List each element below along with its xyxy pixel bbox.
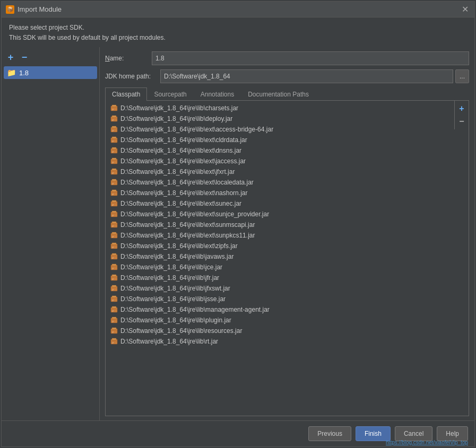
list-item[interactable]: J D:\Software\jdk_1.8_64\jre\lib\jsse.ja… [106, 294, 469, 304]
list-item-path: D:\Software\jdk_1.8_64\jre\lib\ext\jacce… [120, 157, 246, 165]
list-item[interactable]: J D:\Software\jdk_1.8_64\jre\lib\ext\jfx… [106, 166, 469, 177]
list-item[interactable]: J D:\Software\jdk_1.8_64\jre\lib\ext\cld… [106, 135, 469, 145]
remove-sdk-button[interactable]: − [19, 51, 30, 63]
name-input[interactable] [152, 51, 469, 65]
list-item[interactable]: J D:\Software\jdk_1.8_64\jre\lib\ext\zip… [106, 241, 469, 251]
list-item[interactable]: J D:\Software\jdk_1.8_64\jre\lib\jfr.jar [106, 273, 469, 283]
list-item[interactable]: J D:\Software\jdk_1.8_64\jre\lib\javaws.… [106, 251, 469, 262]
list-item-path: D:\Software\jdk_1.8_64\jre\lib\ext\sunjc… [120, 210, 269, 218]
list-item[interactable]: J D:\Software\jdk_1.8_64\jre\lib\deploy.… [106, 113, 469, 124]
jar-icon: J [110, 115, 118, 123]
list-item-path: D:\Software\jdk_1.8_64\jre\lib\ext\jfxrt… [120, 168, 235, 175]
add-sdk-button[interactable]: + [5, 51, 16, 63]
classpath-list[interactable]: J D:\Software\jdk_1.8_64\jre\lib\charset… [106, 101, 469, 416]
svg-text:J: J [112, 299, 114, 302]
list-item-path: D:\Software\jdk_1.8_64\jre\lib\ext\zipfs… [120, 242, 238, 250]
jar-icon: J [110, 284, 118, 293]
description-line2: This SDK will be used by default by all … [9, 33, 467, 43]
list-item[interactable]: J D:\Software\jdk_1.8_64\jre\lib\ext\sun… [106, 230, 469, 241]
list-item-path: D:\Software\jdk_1.8_64\jre\lib\ext\cldrd… [120, 136, 247, 144]
title-bar: 📦 Import Module ✕ [2, 2, 474, 17]
list-item[interactable]: J D:\Software\jdk_1.8_64\jre\lib\ext\jac… [106, 156, 469, 166]
svg-rect-21 [112, 158, 116, 160]
jar-icon: J [110, 316, 118, 324]
close-button[interactable]: ✕ [460, 4, 470, 15]
svg-text:J: J [112, 257, 114, 259]
svg-text:J: J [112, 246, 114, 249]
list-item-path: D:\Software\jdk_1.8_64\jre\lib\ext\sunms… [120, 221, 255, 229]
svg-text:J: J [112, 214, 114, 217]
list-item[interactable]: J D:\Software\jdk_1.8_64\jre\lib\ext\dns… [106, 145, 469, 156]
previous-button[interactable]: Previous [308, 426, 351, 441]
list-item-path: D:\Software\jdk_1.8_64\jre\lib\plugin.ja… [120, 317, 231, 324]
tab-classpath[interactable]: Classpath [105, 87, 147, 101]
content-area: + − 📁 1.8 Name: JDK home path: D:\Softwa… [2, 47, 474, 420]
sidebar-toolbar: + − [4, 49, 97, 65]
list-item[interactable]: J D:\Software\jdk_1.8_64\jre\lib\managem… [106, 304, 469, 315]
jar-icon: J [110, 252, 118, 261]
panel-toolbar: + − [454, 101, 469, 129]
list-item[interactable]: J D:\Software\jdk_1.8_64\jre\lib\jce.jar [106, 262, 469, 273]
jar-icon: J [110, 327, 118, 335]
list-item[interactable]: J D:\Software\jdk_1.8_64\jre\lib\ext\nas… [106, 188, 469, 198]
list-item[interactable]: J D:\Software\jdk_1.8_64\jre\lib\ext\sun… [106, 198, 469, 209]
jar-icon: J [110, 231, 118, 240]
list-item-path: D:\Software\jdk_1.8_64\jre\lib\jfxswt.ja… [120, 285, 230, 292]
svg-text:J: J [112, 278, 114, 280]
list-item-path: D:\Software\jdk_1.8_64\jre\lib\rt.jar [120, 338, 218, 345]
svg-rect-33 [112, 190, 116, 191]
jdk-path-value: D:\Software\jdk_1.8_64 [160, 69, 453, 83]
list-item[interactable]: J D:\Software\jdk_1.8_64\jre\lib\ext\loc… [106, 177, 469, 188]
cancel-button[interactable]: Cancel [395, 426, 432, 441]
tab-annotations[interactable]: Annotations [194, 87, 241, 101]
list-item-path: D:\Software\jdk_1.8_64\jre\lib\javaws.ja… [120, 253, 233, 260]
jar-icon: J [110, 199, 118, 208]
svg-rect-69 [112, 285, 116, 287]
sdk-item-1.8[interactable]: 📁 1.8 [4, 66, 97, 79]
sdk-item-label: 1.8 [19, 69, 29, 77]
jar-icon: J [110, 178, 118, 187]
list-item-path: D:\Software\jdk_1.8_64\jre\lib\charsets.… [120, 104, 238, 112]
list-item[interactable]: J D:\Software\jdk_1.8_64\jre\lib\charset… [106, 103, 469, 113]
list-item-path: D:\Software\jdk_1.8_64\jre\lib\ext\sunpk… [120, 232, 255, 239]
svg-rect-57 [112, 253, 116, 255]
jar-icon: J [110, 189, 118, 197]
list-item[interactable]: J D:\Software\jdk_1.8_64\jre\lib\ext\sun… [106, 209, 469, 219]
add-classpath-button[interactable]: + [456, 103, 468, 115]
list-item[interactable]: J D:\Software\jdk_1.8_64\jre\lib\plugin.… [106, 315, 469, 326]
jar-icon: J [110, 274, 118, 282]
svg-rect-17 [112, 147, 116, 149]
svg-rect-5 [112, 116, 116, 117]
browse-button[interactable]: ... [455, 69, 469, 83]
svg-text:J: J [112, 320, 114, 323]
svg-text:J: J [112, 172, 114, 174]
list-item[interactable]: J D:\Software\jdk_1.8_64\jre\lib\ext\acc… [106, 124, 469, 135]
jar-icon: J [110, 104, 118, 112]
list-item[interactable]: J D:\Software\jdk_1.8_64\jre\lib\resourc… [106, 326, 469, 336]
finish-button[interactable]: Finish [356, 426, 391, 441]
jar-icon: J [110, 295, 118, 303]
jdk-path-row: JDK home path: D:\Software\jdk_1.8_64 ..… [105, 69, 469, 83]
svg-rect-61 [112, 264, 116, 266]
sdk-sidebar: + − 📁 1.8 [2, 47, 100, 420]
dialog-icon: 📦 [6, 5, 14, 14]
list-item-path: D:\Software\jdk_1.8_64\jre\lib\ext\dnsns… [120, 147, 241, 154]
svg-text:J: J [112, 119, 114, 121]
help-button[interactable]: Help [437, 426, 468, 441]
footer: Previous Finish Cancel Help https://blog… [2, 420, 474, 446]
svg-rect-65 [112, 275, 116, 276]
svg-rect-37 [112, 200, 116, 202]
list-item[interactable]: J D:\Software\jdk_1.8_64\jre\lib\jfxswt.… [106, 283, 469, 294]
jar-icon: J [110, 146, 118, 155]
list-item-path: D:\Software\jdk_1.8_64\jre\lib\jfr.jar [120, 274, 219, 282]
remove-classpath-button[interactable]: − [456, 116, 468, 127]
dialog-title: Import Module [18, 5, 62, 13]
tab-documentation[interactable]: Documentation Paths [241, 87, 316, 101]
list-item-path: D:\Software\jdk_1.8_64\jre\lib\ext\acces… [120, 126, 273, 133]
svg-text:J: J [112, 341, 114, 344]
svg-rect-29 [112, 179, 116, 181]
svg-text:J: J [112, 182, 114, 185]
tab-sourcepath[interactable]: Sourcepath [147, 87, 193, 101]
list-item[interactable]: J D:\Software\jdk_1.8_64\jre\lib\rt.jar [106, 336, 469, 347]
list-item[interactable]: J D:\Software\jdk_1.8_64\jre\lib\ext\sun… [106, 219, 469, 230]
